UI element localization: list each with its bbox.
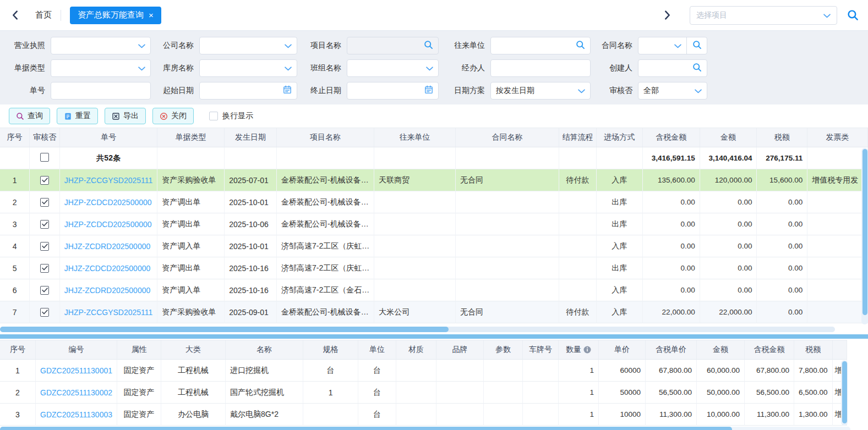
doc-no-link[interactable]: JHJZ-ZCDCD202500000 — [64, 264, 150, 273]
row-checkbox[interactable] — [40, 264, 49, 273]
cell: 1 — [559, 404, 599, 426]
cell: 济邹高速7-2工区（庆虹… — [277, 257, 374, 279]
export-button[interactable]: 导出 — [105, 108, 146, 124]
cell — [807, 257, 868, 279]
company-name-select[interactable] — [199, 37, 297, 54]
tabs-scroll-right-icon[interactable] — [661, 9, 673, 21]
doc-no-link[interactable]: JHJZ-ZCDRD202500000 — [64, 242, 150, 251]
date-scheme-select[interactable]: 按发生日期 — [490, 82, 591, 100]
creator-input[interactable] — [643, 64, 692, 73]
row-checkbox[interactable] — [40, 153, 49, 162]
asset-code-link[interactable]: GDZC202511130002 — [40, 388, 112, 397]
tab-home[interactable]: 首页 — [35, 10, 52, 20]
contract-name-search-button[interactable] — [687, 37, 707, 54]
cell: 11,300.00 — [646, 404, 697, 426]
doc-no-input[interactable] — [56, 86, 145, 95]
cell: 固定资产 — [117, 404, 161, 426]
row-checkbox[interactable] — [40, 220, 49, 229]
audit-status-select[interactable]: 全部 — [638, 82, 707, 100]
search-icon[interactable] — [576, 40, 585, 51]
detail-column-header-2: 属性 — [117, 340, 161, 360]
doc-no-link[interactable]: JHZP-ZCDCD202500000 — [64, 198, 152, 207]
row-checkbox[interactable] — [40, 286, 49, 295]
detail-column-header-8: 品牌 — [436, 340, 484, 360]
doc-no-link[interactable]: JHZP-ZCCGYSD2025111 — [64, 176, 153, 185]
cell — [484, 360, 523, 382]
qty-info-icon[interactable] — [583, 346, 591, 354]
calendar-icon[interactable] — [283, 85, 292, 96]
tabs-scroll-left-icon[interactable] — [9, 9, 21, 21]
project-search-icon[interactable] — [846, 9, 859, 22]
asset-code-link[interactable]: GDZC202511130003 — [40, 410, 112, 419]
detail-column-header-11: 数量 — [559, 340, 599, 360]
cell: 2 — [0, 191, 30, 213]
detail-table-row[interactable]: 2GDZC202511130002固定资产工程机械国产轮式挖掘机1台150000… — [0, 382, 847, 404]
team-name-select[interactable] — [347, 59, 439, 77]
close-button[interactable]: 关闭 — [152, 108, 194, 124]
row-checkbox[interactable] — [40, 308, 49, 317]
wrap-display-checkbox[interactable] — [209, 112, 218, 120]
tab-asset-ledger-query[interactable]: 资产总账万能查询 × — [70, 7, 161, 24]
reset-button[interactable]: 重置 — [57, 108, 98, 124]
doc-type-select[interactable] — [51, 59, 151, 77]
business-license-select[interactable] — [51, 37, 151, 54]
summary-cell: 3,140,416.04 — [700, 147, 757, 169]
wrap-display-toggle[interactable]: 换行显示 — [209, 111, 253, 121]
filter-group-start-date: 起始日期 — [151, 82, 297, 100]
close-icon[interactable]: × — [149, 11, 154, 19]
cell — [374, 279, 456, 301]
table-row[interactable]: 6JHJZ-ZCDRD202500000资产调入单2025-10-16济邹高速7… — [0, 279, 868, 301]
cell — [523, 360, 559, 382]
asset-code-link[interactable]: GDZC202511130001 — [40, 366, 112, 375]
column-header-12: 税额 — [757, 128, 807, 147]
contract-name-select[interactable] — [638, 37, 687, 54]
cell: 增值税专用发 — [807, 169, 868, 191]
cell — [30, 213, 60, 235]
warehouse-name-select[interactable] — [199, 59, 297, 77]
table-row[interactable]: 2JHZP-ZCDCD202500000资产调出单2025-10-01金桥装配公… — [0, 191, 868, 213]
row-checkbox[interactable] — [40, 198, 49, 207]
detail-table-vertical-scrollbar[interactable] — [841, 360, 848, 426]
cell — [30, 235, 60, 257]
search-icon[interactable] — [424, 40, 433, 51]
doc-no-link[interactable]: JHJZ-ZCDRD202500000 — [64, 286, 150, 295]
detail-table-horizontal-scrollbar[interactable] — [0, 427, 850, 430]
row-checkbox[interactable] — [40, 176, 49, 185]
summary-cell: 共52条 — [60, 147, 158, 169]
project-name-input[interactable] — [352, 41, 424, 50]
cell: 67,800.00 — [646, 360, 697, 382]
main-table-vertical-scrollbar[interactable] — [861, 148, 868, 324]
main-table-horizontal-scrollbar[interactable] — [0, 327, 835, 332]
detail-table-row[interactable]: 1GDZC202511130001固定资产工程机械进口挖掘机台台16000067… — [0, 360, 847, 382]
summary-cell — [225, 147, 277, 169]
doc-no-link[interactable]: JHZP-ZCCGYSD2025111 — [64, 308, 153, 317]
cell: 50000 — [599, 382, 646, 404]
scrollbar-thumb[interactable] — [0, 327, 449, 332]
filter-group-counterparty: 往来单位 — [439, 37, 591, 54]
counterparty-input[interactable] — [496, 41, 576, 50]
cell — [436, 360, 484, 382]
handler-input[interactable] — [496, 64, 585, 73]
scrollbar-thumb[interactable] — [0, 427, 732, 430]
table-row[interactable]: 3JHZP-ZCDCD202500000资产调出单2025-10-06金桥装配公… — [0, 213, 868, 235]
table-row[interactable]: 1JHZP-ZCCGYSD2025111资产采购验收单2025-07-01金桥装… — [0, 169, 868, 191]
creator-field — [638, 59, 707, 77]
table-row[interactable]: 5JHJZ-ZCDCD202500000资产调出单2025-10-16济邹高速7… — [0, 257, 868, 279]
detail-table-row[interactable]: 3GDZC202511130003固定资产办公电脑戴尔电脑8G*2台110000… — [0, 404, 847, 426]
row-checkbox[interactable] — [40, 242, 49, 251]
start-date-input[interactable] — [205, 86, 283, 95]
project-select[interactable]: 选择项目 — [690, 6, 837, 25]
summary-cell — [597, 147, 643, 169]
query-button[interactable]: 查询 — [9, 108, 50, 124]
search-icon[interactable] — [692, 63, 702, 74]
end-date-input[interactable] — [352, 86, 424, 95]
calendar-icon[interactable] — [424, 85, 433, 96]
scrollbar-thumb[interactable] — [842, 361, 847, 423]
scrollbar-thumb[interactable] — [862, 149, 867, 315]
panel-splitter[interactable] — [0, 334, 868, 339]
table-row[interactable]: 4JHJZ-ZCDRD202500000资产调入单2025-10-01济邹高速7… — [0, 235, 868, 257]
table-row[interactable]: 7JHZP-ZCCGYSD2025111资产采购验收单2025-09-01金桥装… — [0, 301, 868, 323]
doc-no-link[interactable]: JHZP-ZCDCD202500000 — [64, 220, 152, 229]
column-header-0: 序号 — [0, 128, 30, 147]
cell — [523, 382, 559, 404]
